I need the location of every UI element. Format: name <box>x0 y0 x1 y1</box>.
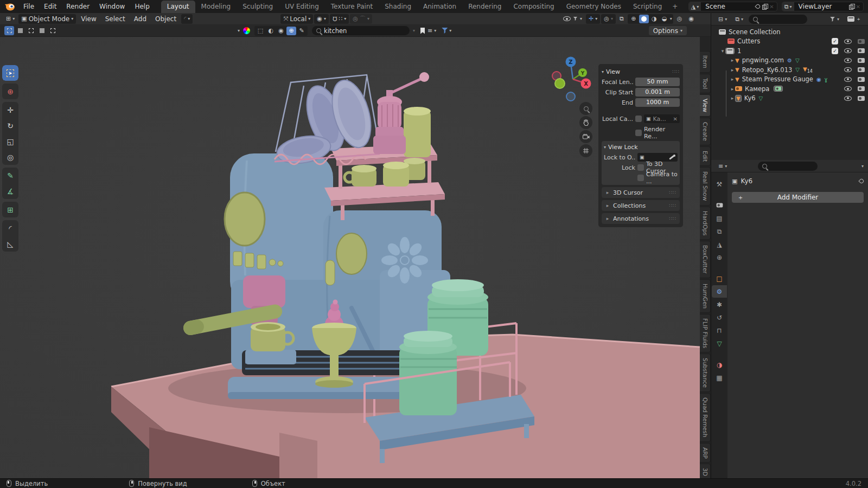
scene-copy-icon[interactable] <box>762 4 767 9</box>
viewport-canvas[interactable]: Y Z X <box>0 37 700 478</box>
tab-substance[interactable]: Substance <box>700 354 711 392</box>
shading-solid-button[interactable] <box>639 15 649 23</box>
tab-compositing[interactable]: Compositing <box>507 1 560 13</box>
tab-create[interactable]: Create <box>700 118 711 145</box>
camera-to-view-checkbox[interactable] <box>637 175 644 181</box>
xray-toggle[interactable]: ⧉ <box>617 14 627 24</box>
viewlayer-delete-icon[interactable]: ✕ <box>856 4 860 10</box>
tab-world[interactable]: ⊕ <box>712 251 727 264</box>
pivot-point-dropdown[interactable]: ◉▾ <box>314 14 329 24</box>
tab-humgen[interactable]: HumGen <box>700 279 711 313</box>
properties-editor-type-button[interactable]: ≡▾ <box>716 161 730 171</box>
add-workspace-button[interactable]: + <box>668 1 682 13</box>
view-panel-header[interactable]: ▾View∷∷ <box>602 67 680 76</box>
asset-search-input[interactable] <box>324 27 405 35</box>
green-tumbler[interactable] <box>404 107 431 157</box>
menu-select[interactable]: Select <box>101 13 129 25</box>
outliner-filter-dropdown[interactable]: ▾ <box>827 14 842 24</box>
tab-flip-fluids[interactable]: FLIP Fluids <box>700 314 711 352</box>
transform-tool[interactable]: ◎ <box>2 149 18 165</box>
tab-animation[interactable]: Animation <box>417 1 462 13</box>
expand-arrow[interactable]: ▾ <box>720 48 725 54</box>
menu-file[interactable]: File <box>18 0 39 13</box>
hide-eye-icon[interactable] <box>844 96 852 101</box>
transform-orientation-dropdown[interactable]: ⤧ Local▾ <box>280 14 313 24</box>
filter-world-icon[interactable]: ⊕ <box>286 27 296 35</box>
filter-light-icon[interactable]: ◉ <box>276 27 286 35</box>
search-history-chevron[interactable]: ▾ <box>413 28 415 33</box>
viewlayer-browse-button[interactable]: ⧉▾ <box>782 2 794 11</box>
scene-name-field[interactable]: Scene <box>701 3 753 10</box>
tab-real-snow[interactable]: Real Snow <box>700 167 711 205</box>
measure-tool[interactable]: ∡ <box>2 183 18 199</box>
row-ky6[interactable]: ▸ ▼ Ky6 ▽ <box>711 94 868 104</box>
outliner-display-mode-dropdown[interactable]: ⊟▾ <box>716 14 730 24</box>
menu-render[interactable]: Render <box>61 0 94 13</box>
overlays-dropdown[interactable]: ◎▾ <box>601 14 616 24</box>
tab-texture[interactable]: ▦ <box>712 371 727 384</box>
filter-funnel-dropdown[interactable]: ▾ <box>439 26 454 36</box>
tab-boxcutter[interactable]: BoxCutter <box>700 241 711 278</box>
color-wheel-icon[interactable] <box>243 27 250 34</box>
render-visibility-icon[interactable] <box>858 67 865 72</box>
viewlayer-copy-icon[interactable] <box>849 4 854 9</box>
panel-collections[interactable]: ▸Collections∷∷ <box>602 200 680 211</box>
extra-shading-a-icon[interactable]: ◎ <box>674 14 685 24</box>
hide-eye-icon[interactable] <box>844 58 852 63</box>
properties-options-chevron[interactable]: ▾ <box>861 164 864 169</box>
visibility-dropdown[interactable]: ▾ <box>560 14 585 24</box>
bookmark-icon[interactable] <box>420 28 425 34</box>
tab-scripting[interactable]: Scripting <box>627 1 668 13</box>
tab-modifiers[interactable]: ⚙ <box>712 285 727 298</box>
menu-object[interactable]: Object <box>151 13 180 25</box>
tab-arp[interactable]: ARP <box>700 443 711 463</box>
row-retopo[interactable]: ▸ ▼ Retopo_Ky6.013 ▽ ▼14 <box>711 65 868 75</box>
exclude-checkbox[interactable]: ✓ <box>832 48 838 54</box>
shading-wireframe-button[interactable]: ⊕ <box>629 15 639 23</box>
tab-layout[interactable]: Layout <box>161 1 195 13</box>
hide-eye-icon[interactable] <box>844 77 852 82</box>
falloff-icon[interactable]: ⌒ <box>360 16 366 22</box>
render-region-checkbox[interactable] <box>635 130 642 136</box>
tab-constraints[interactable]: ⊓ <box>712 324 727 337</box>
scene-browse-button[interactable]: ◮▾ <box>689 2 701 11</box>
gizmos-dropdown[interactable]: ✛▾ <box>586 14 600 24</box>
tool-options-dropdown[interactable]: ◜▾ <box>181 14 193 24</box>
shading-rendered-button[interactable]: ◒ <box>660 15 669 23</box>
tab-shading[interactable]: Shading <box>379 1 417 13</box>
shading-material-button[interactable]: ◑ <box>649 15 659 23</box>
pin-icon[interactable] <box>858 178 864 184</box>
expand-arrow[interactable]: ▸ <box>730 67 735 73</box>
tab-object[interactable]: □ <box>712 272 727 285</box>
tab-object-data[interactable]: ▽ <box>712 337 727 350</box>
tab-physics[interactable]: ↺ <box>712 311 727 324</box>
menu-add[interactable]: Add <box>130 13 150 25</box>
viewlayer-name-field[interactable]: ViewLayer <box>794 3 846 10</box>
filter-material-icon[interactable]: ◐ <box>266 27 276 35</box>
hide-eye-icon[interactable] <box>844 48 852 53</box>
fillet-tool[interactable]: ◜ <box>2 220 18 236</box>
filter-object-icon[interactable]: ⬚ <box>256 27 265 35</box>
row-steam-pressure-gauge[interactable]: ▸ ▼ Steam Pressure Gauge ◉ ɣ <box>711 75 868 85</box>
tab-geometry-nodes[interactable]: Geometry Nodes <box>560 1 627 13</box>
row-camera[interactable]: ▸ Камера <box>711 84 868 94</box>
tab-tool[interactable]: ⚒ <box>712 178 727 190</box>
tab-tool[interactable]: Tool <box>700 74 711 93</box>
tab-texture-paint[interactable]: Texture Paint <box>325 1 379 13</box>
expand-arrow[interactable]: ▸ <box>730 86 735 92</box>
tab-view[interactable]: View <box>700 94 711 117</box>
tab-render[interactable] <box>712 199 727 211</box>
panel-3d-cursor[interactable]: ▸3D Cursor∷∷ <box>602 187 680 198</box>
hide-eye-icon[interactable] <box>844 86 852 91</box>
navigation-gizmo[interactable]: Y Z X <box>547 55 597 105</box>
mint-jar-small[interactable] <box>399 331 457 415</box>
menu-view[interactable]: View <box>77 13 100 25</box>
annotate-tool[interactable]: ✎ <box>2 168 18 183</box>
axis-z-negative[interactable] <box>566 92 575 101</box>
tab-hardops[interactable]: HardOps <box>700 207 711 240</box>
axis-y-negative[interactable] <box>555 79 565 88</box>
active-object-name[interactable]: Ky6 <box>741 177 752 185</box>
snap-magnet-icon[interactable]: Ω <box>333 16 337 22</box>
scene-delete-icon[interactable]: ✕ <box>769 4 774 10</box>
select-mode-invert[interactable] <box>37 26 47 35</box>
